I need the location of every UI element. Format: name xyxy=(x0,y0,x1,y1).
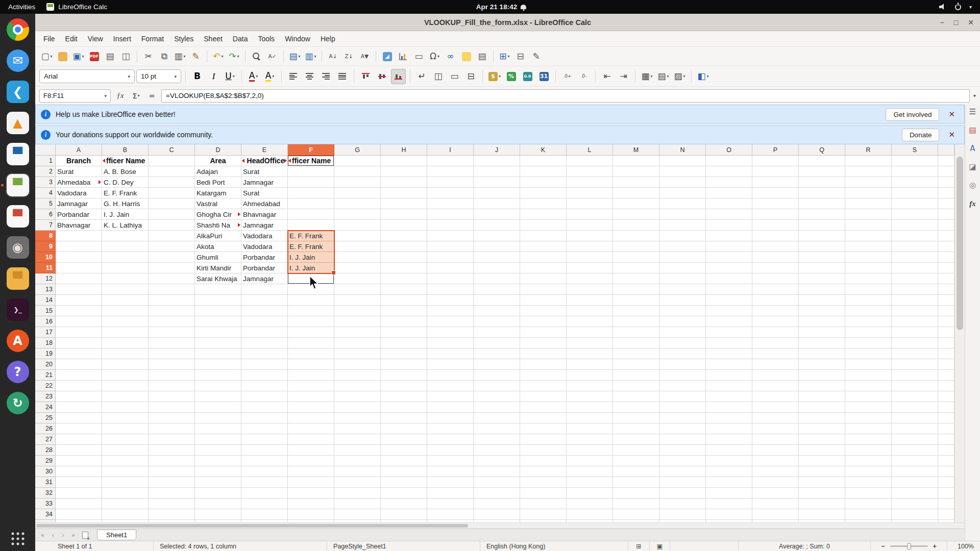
cell-B32[interactable] xyxy=(102,488,149,498)
cell-E28[interactable] xyxy=(241,445,288,456)
cell-M7[interactable] xyxy=(613,220,659,231)
cell-C22[interactable] xyxy=(149,381,195,391)
cell-I23[interactable] xyxy=(427,391,474,402)
cell-N14[interactable] xyxy=(659,295,706,306)
cell-F33[interactable] xyxy=(288,498,334,509)
cell-O6[interactable] xyxy=(706,209,752,220)
cell-D14[interactable] xyxy=(195,295,241,306)
highlighting-color-dropdown-arrow[interactable]: ▾ xyxy=(272,74,274,79)
cell-I30[interactable] xyxy=(427,466,474,477)
cell-Q23[interactable] xyxy=(799,391,845,402)
cell-N6[interactable] xyxy=(659,209,706,220)
cell-N21[interactable] xyxy=(659,370,706,381)
cell-E7[interactable]: Jamnagar xyxy=(241,220,288,231)
column-header-S[interactable]: S xyxy=(892,144,938,156)
row-header-32[interactable]: 32 xyxy=(35,488,56,498)
cell-N28[interactable] xyxy=(659,445,706,456)
cell-F10[interactable]: I. J. Jain xyxy=(288,252,334,263)
cell-L32[interactable] xyxy=(567,488,613,498)
cell-M22[interactable] xyxy=(613,381,659,391)
cell-R8[interactable] xyxy=(845,231,892,241)
conditional-formatting-button[interactable]: ◧▾ xyxy=(696,69,710,84)
cell-S34[interactable] xyxy=(892,509,938,520)
cell-B10[interactable] xyxy=(102,252,149,263)
cell-D32[interactable] xyxy=(195,488,241,498)
row-header-5[interactable]: 5 xyxy=(35,198,56,209)
cell-R3[interactable] xyxy=(845,177,892,188)
row-header-3[interactable]: 3 xyxy=(35,177,56,188)
cell-B15[interactable] xyxy=(102,306,149,316)
show-applications-button[interactable] xyxy=(11,532,25,546)
cell-E16[interactable] xyxy=(241,316,288,327)
chevron-down-icon[interactable]: ▾ xyxy=(128,74,130,79)
cell-A32[interactable] xyxy=(56,488,102,498)
cell-R13[interactable] xyxy=(845,284,892,295)
cell-M5[interactable] xyxy=(613,198,659,209)
cell-N25[interactable] xyxy=(659,413,706,423)
cell-L5[interactable] xyxy=(567,198,613,209)
cell-partial-24[interactable] xyxy=(938,402,954,413)
cell-C32[interactable] xyxy=(149,488,195,498)
cell-I26[interactable] xyxy=(427,423,474,434)
cell-S15[interactable] xyxy=(892,306,938,316)
cell-C17[interactable] xyxy=(149,327,195,338)
cell-partial-14[interactable] xyxy=(938,295,954,306)
cell-A14[interactable] xyxy=(56,295,102,306)
cell-G5[interactable] xyxy=(334,198,381,209)
cell-partial-18[interactable] xyxy=(938,338,954,348)
cell-H4[interactable] xyxy=(381,188,427,198)
cell-H15[interactable] xyxy=(381,306,427,316)
cell-I8[interactable] xyxy=(427,231,474,241)
cell-K4[interactable] xyxy=(520,188,567,198)
align-top-button[interactable] xyxy=(358,69,373,84)
cell-L13[interactable] xyxy=(567,284,613,295)
add-sheet-button[interactable] xyxy=(82,532,88,539)
cell-L20[interactable] xyxy=(567,359,613,370)
cell-D1[interactable]: Area xyxy=(195,156,241,166)
cell-O4[interactable] xyxy=(706,188,752,198)
cell-partial-29[interactable] xyxy=(938,456,954,466)
font-size-combobox[interactable]: 10 pt ▾ xyxy=(136,69,181,83)
menu-data[interactable]: Data xyxy=(228,33,253,45)
row-header-30[interactable]: 30 xyxy=(35,466,56,477)
column-header-F[interactable]: F xyxy=(288,144,334,156)
cell-R17[interactable] xyxy=(845,327,892,338)
cell-L12[interactable] xyxy=(567,273,613,284)
cell-J34[interactable] xyxy=(474,509,520,520)
cell-K22[interactable] xyxy=(520,381,567,391)
cell-Q14[interactable] xyxy=(799,295,845,306)
cell-R1[interactable] xyxy=(845,156,892,166)
justified-button[interactable] xyxy=(335,69,350,84)
cell-K25[interactable] xyxy=(520,413,567,423)
cell-H1[interactable] xyxy=(381,156,427,166)
cell-partial-30[interactable] xyxy=(938,466,954,477)
cell-R31[interactable] xyxy=(845,477,892,488)
cell-partial-7[interactable] xyxy=(938,220,954,231)
software-updater-dock-item[interactable]: ↻ xyxy=(6,391,30,415)
freeze-rows-columns-button[interactable]: ⊞▾ xyxy=(497,49,512,64)
cell-E30[interactable] xyxy=(241,466,288,477)
cell-partial-27[interactable] xyxy=(938,434,954,445)
cell-O9[interactable] xyxy=(706,241,752,252)
cell-Q21[interactable] xyxy=(799,370,845,381)
cell-I19[interactable] xyxy=(427,348,474,359)
cell-A28[interactable] xyxy=(56,445,102,456)
cell-E8[interactable]: Vadodara xyxy=(241,231,288,241)
cell-O14[interactable] xyxy=(706,295,752,306)
cell-N18[interactable] xyxy=(659,338,706,348)
terminal-dock-item[interactable]: ❯_ xyxy=(6,297,30,322)
cell-O20[interactable] xyxy=(706,359,752,370)
cell-H24[interactable] xyxy=(381,402,427,413)
formula-input[interactable]: =VLOOKUP(E8,$A$2:$B$7,2,0) xyxy=(161,89,970,103)
cell-B5[interactable]: G. H. Harris xyxy=(102,198,149,209)
cell-Q16[interactable] xyxy=(799,316,845,327)
column-header-J[interactable]: J xyxy=(474,144,520,156)
cell-G22[interactable] xyxy=(334,381,381,391)
cell-A22[interactable] xyxy=(56,381,102,391)
cell-B23[interactable] xyxy=(102,391,149,402)
close-icon[interactable]: ✕ xyxy=(944,130,959,139)
maximize-button[interactable]: □ xyxy=(954,18,958,27)
cell-A33[interactable] xyxy=(56,498,102,509)
cell-D21[interactable] xyxy=(195,370,241,381)
cell-H21[interactable] xyxy=(381,370,427,381)
